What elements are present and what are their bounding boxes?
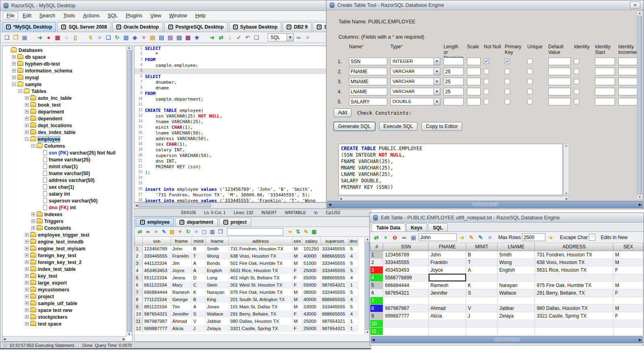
row-number[interactable]: 5: [370, 281, 383, 289]
column-header-ADDRESS[interactable]: ADDRESS: [535, 243, 613, 251]
cell[interactable]: 333445555: [321, 267, 349, 274]
cell[interactable]: 661122334: [143, 281, 171, 289]
cell[interactable]: 5631 Rice, Houston TX: [535, 266, 613, 274]
table-row[interactable]: 11987987987AhmadVJabbar980 Dallas, Houst…: [135, 318, 358, 325]
column-name-input[interactable]: [349, 78, 387, 85]
table-edit-icon[interactable]: ▤: [149, 33, 157, 41]
cell[interactable]: [429, 274, 466, 281]
identity-checkbox[interactable]: [574, 99, 579, 104]
cell[interactable]: Narayan: [206, 289, 229, 296]
results-tab-project[interactable]: ✕project: [219, 218, 251, 227]
cell[interactable]: Smith: [497, 251, 535, 258]
identity-start-input[interactable]: [595, 78, 615, 85]
row-number[interactable]: 3: [370, 266, 383, 274]
expand-icon[interactable]: +: [25, 288, 29, 291]
table-row[interactable]: 8987987987AhmadVJabbar980 Dallas, Housto…: [370, 304, 644, 312]
tree-item-mysql[interactable]: +mysql: [3, 74, 132, 81]
table-row[interactable]: 10987654321JenniferSWallace291 Berry, Be…: [135, 310, 358, 318]
tree-horizontal-scrollbar[interactable]: ◀▶: [2, 336, 126, 341]
generate-sql-button[interactable]: Generate SQL: [334, 122, 375, 131]
table-row[interactable]: 3441122334JimABonds501 Fire Oak, Humble …: [135, 260, 358, 267]
cell[interactable]: 3: [135, 260, 143, 267]
tree-item-des_index_table[interactable]: +des_index_table: [3, 129, 132, 136]
cell[interactable]: M: [293, 245, 302, 252]
find-go-icon[interactable]: ➜: [286, 228, 294, 235]
unique-checkbox[interactable]: [527, 79, 533, 84]
close-tab-icon[interactable]: ✕: [168, 25, 173, 29]
cell[interactable]: Wong: [497, 258, 535, 266]
edit-window-title-bar[interactable]: Edit Table - PUBLIC.EMPLOYEE utf8_notepa…: [370, 213, 644, 223]
table-row[interactable]: 3453453453JoyceAEnglish5631 Rice, Housto…: [370, 266, 644, 274]
cell[interactable]: [643, 297, 644, 304]
expand-icon[interactable]: +: [25, 301, 29, 305]
edit-tab-sql[interactable]: SQL: [428, 223, 448, 231]
cell[interactable]: 333445555: [383, 258, 429, 266]
cell[interactable]: [535, 274, 613, 281]
cell[interactable]: Jenna: [171, 274, 192, 281]
cell[interactable]: 975 Fire Oak, Humble TX: [229, 289, 293, 296]
unique-checkbox[interactable]: [527, 89, 533, 94]
tree-item-foreign_key_test_2[interactable]: +foreign_key_test_2: [3, 259, 132, 266]
table-row[interactable]: 7: [370, 297, 644, 304]
cell[interactable]: Stein: [206, 281, 229, 289]
cell[interactable]: 4: [643, 289, 644, 297]
menu-view[interactable]: View: [147, 12, 165, 20]
cell[interactable]: B: [192, 245, 206, 252]
connection-tab-postgresql-desktop[interactable]: ✕PostgreSQL Desktop: [164, 22, 228, 32]
cell[interactable]: [429, 320, 466, 327]
cell[interactable]: M: [293, 318, 302, 325]
cell[interactable]: 301 West St. Houston TX: [229, 281, 293, 289]
cell[interactable]: A: [192, 267, 206, 274]
expand-icon[interactable]: +: [12, 62, 16, 66]
expand-icon[interactable]: +: [25, 322, 29, 326]
identity-checkbox[interactable]: [574, 69, 579, 74]
cell[interactable]: [383, 297, 429, 304]
cell[interactable]: 2: [135, 252, 143, 260]
tree-item-sex-char-1-[interactable]: sex char(1): [3, 184, 132, 190]
expand-icon[interactable]: +: [12, 76, 16, 79]
table-row[interactable]: 1123456789JohnBSmith731 Fondren, Houston…: [370, 251, 644, 258]
cell[interactable]: 5631 Rice, Houston TX: [229, 267, 293, 274]
cell[interactable]: 101 Main St, Dallas TX: [229, 303, 293, 310]
cell[interactable]: [497, 274, 535, 281]
cell[interactable]: 12: [135, 325, 143, 332]
cell[interactable]: 25000: [302, 267, 321, 274]
column-header-LNAME[interactable]: LNAME: [497, 243, 535, 251]
cell[interactable]: A: [192, 303, 206, 310]
cell[interactable]: 201 South St, Arlington TX: [229, 296, 293, 303]
tree-item-minit-char-1-[interactable]: minit char(1): [3, 163, 132, 170]
cell[interactable]: English: [206, 267, 229, 274]
create-window-horizontal-scrollbar[interactable]: ◀▶: [327, 201, 643, 208]
cell[interactable]: 888665555: [321, 310, 349, 318]
refresh-grid-icon[interactable]: ⇄: [372, 233, 380, 241]
cell[interactable]: [613, 274, 643, 281]
row-number[interactable]: 8: [370, 304, 383, 312]
expand-icon[interactable]: +: [25, 110, 29, 114]
table-filter-icon[interactable]: ▤: [166, 33, 174, 41]
scale-input[interactable]: [467, 78, 481, 85]
copy-icon[interactable]: ▥: [122, 33, 130, 41]
cell[interactable]: 5: [349, 260, 358, 267]
cell[interactable]: [429, 327, 466, 335]
cell[interactable]: F: [613, 266, 643, 274]
cell[interactable]: [613, 297, 643, 304]
tree-item-key_test[interactable]: +key_test: [3, 272, 132, 279]
table-row[interactable]: 5551122334JennaDLong401 High St, Bellair…: [135, 274, 358, 281]
connection-tab--mysql-desktop[interactable]: ✕*MySQL Desktop: [2, 22, 56, 32]
default-value-input[interactable]: [548, 78, 571, 85]
expand-icon[interactable]: +: [25, 315, 29, 319]
table-row[interactable]: 7666884444RameshKNarayan975 Fire Oak, Hu…: [135, 289, 358, 296]
table-row[interactable]: 2333445555FranklinTWong638 Voss, Houston…: [370, 258, 644, 266]
tree-item-large_export[interactable]: +large_export: [3, 279, 132, 286]
cell[interactable]: Jabbar: [206, 318, 229, 325]
cell[interactable]: Franklin: [429, 258, 466, 266]
tree-item-constraints[interactable]: +Constraints: [3, 225, 132, 231]
tree-item-department[interactable]: +department: [3, 108, 132, 115]
cell[interactable]: 441122334: [143, 260, 171, 267]
cell[interactable]: 51000: [302, 260, 321, 267]
unique-checkbox[interactable]: [527, 69, 533, 74]
cell[interactable]: [643, 320, 644, 327]
results-filter-input[interactable]: [227, 228, 283, 235]
fetch-icon[interactable]: ↓: [226, 33, 234, 41]
column-header-salary[interactable]: salary: [302, 237, 321, 245]
